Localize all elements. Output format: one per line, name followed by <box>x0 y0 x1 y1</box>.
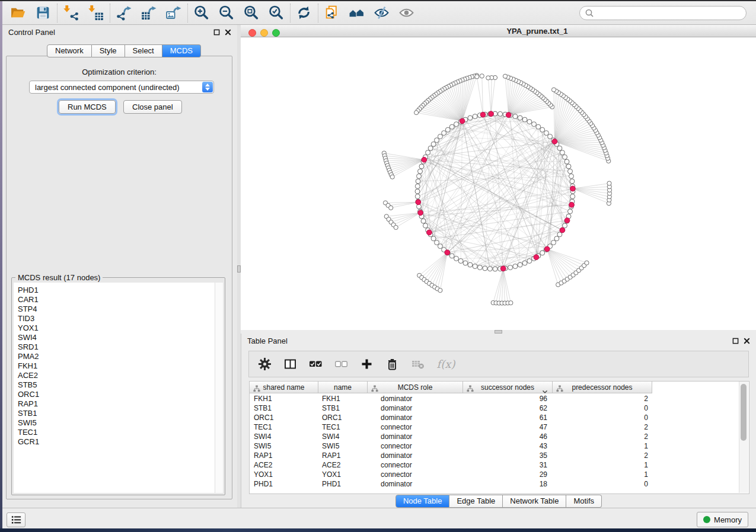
mcds-list-scrollbar[interactable] <box>215 283 223 493</box>
mcds-result-item[interactable]: STP4 <box>18 305 215 314</box>
cell: 1 <box>553 460 652 470</box>
window-minimize-traffic-light[interactable] <box>260 29 268 37</box>
mcds-result-item[interactable]: CAR1 <box>18 295 215 305</box>
task-history-button[interactable] <box>7 512 25 527</box>
save-icon[interactable] <box>34 4 51 22</box>
cell: dominator <box>368 479 463 489</box>
memory-button[interactable]: Memory <box>697 512 748 527</box>
close-panel-icon[interactable] <box>225 29 231 36</box>
show-all-icon <box>398 4 414 22</box>
cell: 61 <box>463 413 553 422</box>
cell: STB1 <box>250 403 318 413</box>
mcds-result-item[interactable]: ORC1 <box>18 390 215 399</box>
column-header-name[interactable]: name <box>318 382 368 393</box>
deselect-all-icon[interactable] <box>334 357 348 371</box>
mcds-result-group: MCDS result (17 nodes) PHD1CAR1STP4TID3Y… <box>11 277 225 495</box>
column-header-shared-name[interactable]: shared name <box>250 382 318 393</box>
network-graph[interactable] <box>241 37 756 330</box>
export-network-icon[interactable] <box>115 4 132 22</box>
tab-mcds[interactable]: MCDS <box>162 44 201 57</box>
dropdown-stepper-icon[interactable] <box>202 82 213 92</box>
mcds-result-item[interactable]: PMA2 <box>18 352 215 361</box>
duplicate-network-icon[interactable] <box>323 4 340 22</box>
table-row[interactable]: PHD1PHD1dominator180 <box>250 479 739 489</box>
mcds-result-item[interactable]: RAP1 <box>18 399 215 409</box>
close-panel-icon[interactable] <box>744 338 750 344</box>
table-row[interactable]: RAP1RAP1dominator352 <box>250 451 739 460</box>
import-table-icon[interactable] <box>87 4 104 22</box>
split-columns-icon[interactable] <box>283 357 297 371</box>
table-row[interactable]: SWI4SWI4dominator462 <box>250 432 739 441</box>
delete-column-icon[interactable] <box>385 357 399 371</box>
mcds-result-item[interactable]: TEC1 <box>18 428 215 437</box>
mcds-result-item[interactable]: STB1 <box>18 409 215 418</box>
column-header-MCDS-role[interactable]: MCDS role <box>368 382 463 393</box>
mcds-result-title: MCDS result (17 nodes) <box>15 273 103 282</box>
table-row[interactable]: SWI5SWI5connector431 <box>250 441 739 451</box>
tab-network[interactable]: Network <box>47 44 92 57</box>
tab-node-table[interactable]: Node Table <box>395 495 450 508</box>
table-row[interactable]: ACE2ACE2connector311 <box>250 460 739 470</box>
float-window-icon[interactable] <box>732 338 739 344</box>
cell: 29 <box>463 470 553 479</box>
close-panel-button[interactable]: Close panel <box>123 100 182 114</box>
zoom-selected-icon[interactable] <box>267 4 284 22</box>
cell: SWI4 <box>318 432 368 441</box>
cell: dominator <box>368 451 463 460</box>
import-network-icon[interactable] <box>62 4 79 22</box>
search-input[interactable] <box>594 7 746 19</box>
export-image-icon[interactable] <box>165 4 181 22</box>
export-table-icon[interactable] <box>140 4 157 22</box>
mcds-result-item[interactable]: SWI5 <box>18 418 215 428</box>
zoom-fit-icon[interactable] <box>243 4 259 22</box>
run-mcds-button[interactable]: Run MCDS <box>59 100 116 114</box>
open-file-icon[interactable] <box>9 4 26 22</box>
cell: dominator <box>368 432 463 441</box>
table-row[interactable]: ORC1ORC1dominator610 <box>250 413 739 422</box>
window-zoom-traffic-light[interactable] <box>272 29 280 37</box>
mcds-result-item[interactable]: FKH1 <box>18 361 215 371</box>
table-row[interactable]: FKH1FKH1dominator962 <box>250 394 739 403</box>
mcds-result-item[interactable]: STB5 <box>18 380 215 390</box>
table-row[interactable]: TEC1TEC1connector472 <box>250 422 739 432</box>
tab-motifs[interactable]: Motifs <box>566 495 602 508</box>
mcds-result-item[interactable]: SRD1 <box>18 342 215 352</box>
mcds-result-item[interactable]: TID3 <box>18 314 215 323</box>
search-field[interactable] <box>579 6 747 20</box>
mcds-result-item[interactable]: YOX1 <box>18 323 215 333</box>
desktop-strip-bottom <box>0 528 756 532</box>
network-view-canvas[interactable] <box>241 37 756 330</box>
column-header-predecessor-nodes[interactable]: predecessor nodes <box>553 382 652 393</box>
hide-selected-icon[interactable] <box>373 4 390 22</box>
table-row[interactable]: STB1STB1dominator620 <box>250 403 739 413</box>
tab-select[interactable]: Select <box>125 44 162 57</box>
mcds-result-item[interactable]: PHD1 <box>18 286 215 295</box>
cell: YOX1 <box>250 470 318 479</box>
mcds-result-item[interactable]: GCR1 <box>18 437 215 447</box>
home-view-icon[interactable] <box>348 4 365 22</box>
table-vertical-scrollbar[interactable] <box>739 382 748 493</box>
refresh-icon[interactable] <box>295 4 312 22</box>
cell: 31 <box>463 460 553 470</box>
window-close-traffic-light[interactable] <box>248 29 256 37</box>
criterion-dropdown[interactable]: largest connected component (undirected) <box>29 81 214 94</box>
add-column-icon[interactable] <box>359 357 374 371</box>
zoom-out-icon[interactable] <box>218 4 234 22</box>
tab-edge-table[interactable]: Edge Table <box>449 495 503 508</box>
float-window-icon[interactable] <box>213 29 220 36</box>
tab-network-table[interactable]: Network Table <box>503 495 566 508</box>
settings-gear-icon[interactable] <box>257 357 272 371</box>
table-row[interactable]: YOX1YOX1connector291 <box>250 470 739 479</box>
mcds-result-item[interactable]: SWI4 <box>18 333 215 342</box>
cell: 43 <box>463 441 553 451</box>
select-all-icon[interactable] <box>308 357 323 371</box>
scrollbar-thumb[interactable] <box>741 384 747 441</box>
cell: 0 <box>553 403 652 413</box>
tab-style[interactable]: Style <box>92 44 125 57</box>
mcds-result-list[interactable]: PHD1CAR1STP4TID3YOX1SWI4SRD1PMA2FKH1ACE2… <box>14 283 215 493</box>
cell: SWI4 <box>250 432 318 441</box>
column-header-successor-nodes[interactable]: successor nodes <box>463 382 553 393</box>
mcds-result-item[interactable]: ACE2 <box>18 371 215 380</box>
memory-status-dot <box>703 516 710 523</box>
zoom-in-icon[interactable] <box>193 4 209 22</box>
